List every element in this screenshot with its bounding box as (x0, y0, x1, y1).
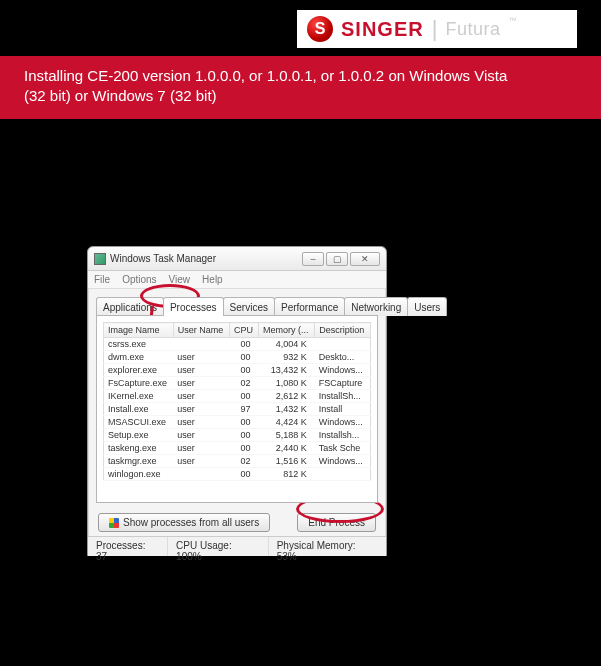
cell-memory: 812 K (258, 468, 314, 481)
brand-bar: S SINGER | Futura ™ (297, 10, 577, 48)
cell-cpu: 02 (230, 455, 259, 468)
cell-memory: 2,612 K (258, 390, 314, 403)
window-titlebar[interactable]: Windows Task Manager – ▢ ✕ (88, 247, 386, 271)
end-process-button[interactable]: End Process (297, 513, 376, 532)
window-controls: – ▢ ✕ (302, 252, 380, 266)
cell-memory: 1,080 K (258, 377, 314, 390)
col-memory[interactable]: Memory (... (258, 323, 314, 338)
tab-performance[interactable]: Performance (274, 297, 345, 316)
status-processes: Processes: 37 (88, 537, 168, 556)
cell-description: InstallSh... (315, 390, 371, 403)
cell-cpu: 00 (230, 364, 259, 377)
table-row[interactable]: dwm.exeuser00932 KDeskto... (104, 351, 371, 364)
cell-memory: 1,432 K (258, 403, 314, 416)
cell-image-name: dwm.exe (104, 351, 174, 364)
table-row[interactable]: MSASCUI.exeuser004,424 KWindows... (104, 416, 371, 429)
tab-processes[interactable]: Processes (163, 297, 224, 316)
banner-line-1: Installing CE-200 version 1.0.0.0, or 1.… (24, 66, 577, 86)
cell-image-name: taskeng.exe (104, 442, 174, 455)
cell-cpu: 02 (230, 377, 259, 390)
cell-image-name: csrss.exe (104, 338, 174, 351)
end-process-label: End Process (308, 517, 365, 528)
processes-panel: Image Name User Name CPU Memory (... Des… (96, 315, 378, 503)
close-button[interactable]: ✕ (350, 252, 380, 266)
table-row[interactable]: taskeng.exeuser002,440 KTask Sche (104, 442, 371, 455)
tab-strip: Applications Processes Services Performa… (96, 297, 378, 316)
cell-cpu: 00 (230, 338, 259, 351)
cell-description (315, 338, 371, 351)
cell-description: Windows... (315, 416, 371, 429)
cell-description: Install (315, 403, 371, 416)
col-image-name[interactable]: Image Name (104, 323, 174, 338)
show-all-users-button[interactable]: Show processes from all users (98, 513, 270, 532)
cell-memory: 4,004 K (258, 338, 314, 351)
menu-file[interactable]: File (94, 274, 110, 285)
process-table: Image Name User Name CPU Memory (... Des… (103, 322, 371, 481)
col-user-name[interactable]: User Name (173, 323, 229, 338)
status-cpu: CPU Usage: 100% (168, 537, 269, 556)
table-row[interactable]: taskmgr.exeuser021,516 KWindows... (104, 455, 371, 468)
cell-image-name: taskmgr.exe (104, 455, 174, 468)
tab-networking[interactable]: Networking (344, 297, 408, 316)
brand-separator: | (432, 16, 438, 42)
cell-image-name: winlogon.exe (104, 468, 174, 481)
cell-memory: 4,424 K (258, 416, 314, 429)
cell-memory: 5,188 K (258, 429, 314, 442)
cell-image-name: FsCapture.exe (104, 377, 174, 390)
cell-description (315, 468, 371, 481)
maximize-button[interactable]: ▢ (326, 252, 348, 266)
table-row[interactable]: IKernel.exeuser002,612 KInstallSh... (104, 390, 371, 403)
menu-help[interactable]: Help (202, 274, 223, 285)
minimize-button[interactable]: – (302, 252, 324, 266)
table-row[interactable]: Install.exeuser971,432 KInstall (104, 403, 371, 416)
singer-logo-icon: S (307, 16, 333, 42)
table-row[interactable]: explorer.exeuser0013,432 KWindows... (104, 364, 371, 377)
uac-shield-icon (109, 518, 119, 528)
show-all-users-label: Show processes from all users (123, 517, 259, 528)
cell-cpu: 00 (230, 390, 259, 403)
tab-applications[interactable]: Applications (96, 297, 164, 316)
brand-secondary: Futura (445, 19, 500, 40)
window-title: Windows Task Manager (110, 253, 298, 264)
status-bar: Processes: 37 CPU Usage: 100% Physical M… (88, 536, 386, 556)
page-title-banner: Installing CE-200 version 1.0.0.0, or 1.… (0, 56, 601, 119)
menu-options[interactable]: Options (122, 274, 156, 285)
cell-description: Deskto... (315, 351, 371, 364)
cell-description: Windows... (315, 364, 371, 377)
cell-memory: 2,440 K (258, 442, 314, 455)
cell-cpu: 00 (230, 351, 259, 364)
table-row[interactable]: Setup.exeuser005,188 KInstallsh... (104, 429, 371, 442)
table-row[interactable]: csrss.exe004,004 K (104, 338, 371, 351)
cell-user-name: user (173, 429, 229, 442)
cell-description: Installsh... (315, 429, 371, 442)
col-cpu[interactable]: CPU (230, 323, 259, 338)
cell-cpu: 00 (230, 468, 259, 481)
cell-user-name: user (173, 403, 229, 416)
tab-services[interactable]: Services (223, 297, 275, 316)
button-row: Show processes from all users End Proces… (88, 509, 386, 536)
cell-user-name: user (173, 364, 229, 377)
cell-user-name: user (173, 377, 229, 390)
cell-cpu: 00 (230, 416, 259, 429)
menu-view[interactable]: View (169, 274, 191, 285)
cell-user-name: user (173, 416, 229, 429)
cell-cpu: 97 (230, 403, 259, 416)
cell-image-name: explorer.exe (104, 364, 174, 377)
status-memory: Physical Memory: 53% (269, 537, 386, 556)
cell-description: Task Sche (315, 442, 371, 455)
cell-cpu: 00 (230, 442, 259, 455)
table-row[interactable]: FsCapture.exeuser021,080 KFSCapture (104, 377, 371, 390)
banner-line-2: (32 bit) or Windows 7 (32 bit) (24, 86, 577, 106)
cell-user-name: user (173, 442, 229, 455)
col-description[interactable]: Description (315, 323, 371, 338)
cell-cpu: 00 (230, 429, 259, 442)
cell-user-name: user (173, 455, 229, 468)
cell-description: FSCapture (315, 377, 371, 390)
cell-memory: 1,516 K (258, 455, 314, 468)
cell-image-name: MSASCUI.exe (104, 416, 174, 429)
cell-image-name: Install.exe (104, 403, 174, 416)
table-row[interactable]: winlogon.exe00812 K (104, 468, 371, 481)
task-manager-icon (94, 253, 106, 265)
tab-users[interactable]: Users (407, 297, 447, 316)
cell-user-name: user (173, 390, 229, 403)
